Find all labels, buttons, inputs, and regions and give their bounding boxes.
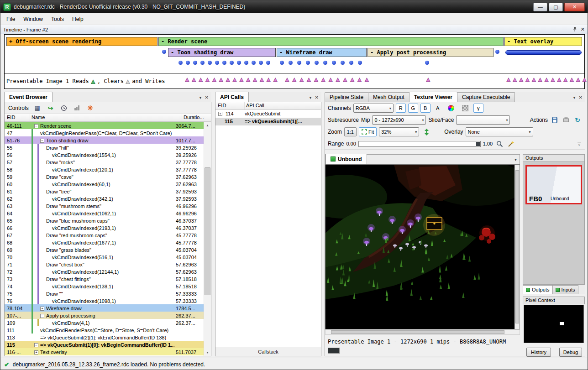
freeze-icon[interactable]	[86, 104, 95, 113]
toolbar-overflow-icon[interactable]: ⌄	[578, 142, 581, 146]
event-row[interactable]: 78-104+Wireframe draw1784.5...	[5, 304, 204, 312]
event-row[interactable]: 76vkCmdDrawIndexed(1098,1)57.33333	[5, 297, 204, 304]
api-call-row[interactable]: +114vkQueueSubmit	[215, 110, 321, 118]
menu-tools[interactable]: Tools	[47, 14, 68, 24]
maximize-button[interactable]: ▢	[549, 3, 563, 11]
event-row[interactable]: 75Draw ""57.33333	[5, 290, 204, 297]
callstack-section[interactable]: Callstack	[215, 347, 321, 356]
tab-outputs[interactable]: Outputs	[523, 285, 553, 294]
scrollbar-thumb[interactable]	[515, 170, 519, 323]
fb0-thumbnail[interactable]: FB0 Unbound	[525, 165, 582, 204]
tab-mesh-output[interactable]: Mesh Output	[368, 92, 410, 102]
gamma-button[interactable]: γ	[473, 104, 483, 113]
event-row[interactable]: 71Draw "chest box"57.62963	[5, 261, 204, 268]
minimize-button[interactable]: —	[533, 3, 547, 11]
range-max-value[interactable]: 1.00	[483, 141, 493, 146]
scroll-down-icon[interactable]: ▼	[204, 349, 211, 356]
event-row[interactable]: 68vkCmdDrawIndexed(1677,1)45.77778	[5, 239, 204, 246]
collapse-icon[interactable]: −	[40, 139, 44, 143]
column-header-api-call[interactable]: API Call	[245, 102, 321, 109]
event-row[interactable]: 73Draw "chest fittings"57.18518	[5, 275, 204, 282]
column-header-name[interactable]: Name	[30, 114, 182, 121]
expand-icon[interactable]: +	[40, 307, 44, 311]
column-header-eid[interactable]: EID	[215, 102, 245, 109]
autofit-range-icon[interactable]	[506, 139, 515, 148]
texture-tab-unbound[interactable]: Unbound	[326, 154, 367, 164]
event-row[interactable]: 111vkCmdEndRenderPass(C=Store, D=Store, …	[5, 326, 204, 334]
event-row[interactable]: 74vkCmdDrawIndexed(138,1)57.18518	[5, 282, 204, 290]
timeline-bar[interactable]: - Render scene	[158, 37, 504, 46]
red-channel-button[interactable]: R	[396, 104, 406, 113]
texture-display[interactable]	[325, 164, 520, 329]
event-row[interactable]: 57Draw "rocks"37.77778	[5, 158, 204, 166]
expand-icon[interactable]: +	[218, 112, 222, 116]
save-icon[interactable]	[550, 115, 559, 125]
debug-button[interactable]: Debug	[559, 348, 582, 357]
timeline-caption[interactable]: Timeline - Frame #2 ✕	[0, 25, 588, 34]
event-row[interactable]: 72vkCmdDrawIndexed(12144,1)57.62963	[5, 268, 204, 275]
tab-inputs[interactable]: Inputs	[552, 285, 578, 294]
collapse-icon[interactable]: −	[34, 343, 38, 347]
scrollbar-thumb[interactable]	[205, 167, 210, 295]
event-row[interactable]: 63Draw "mushroom stems"46.96296	[5, 202, 204, 209]
event-row[interactable]: 116-...+Text overlay511.7037	[5, 348, 204, 355]
event-row[interactable]: 61Draw "tree"37.92593	[5, 188, 204, 195]
timeline-close-icon[interactable]: ✕	[581, 27, 585, 32]
timeline-bar[interactable]: - Text overlay	[504, 37, 582, 46]
green-channel-button[interactable]: G	[408, 104, 418, 113]
expand-icon[interactable]: +	[34, 350, 38, 354]
menu-help[interactable]: Help	[68, 14, 88, 24]
event-row[interactable]: 107-...−Apply post processing262.37...	[5, 312, 204, 319]
timeline-bar[interactable]: + Off-screen scene rendering	[6, 37, 158, 46]
scrollbar-thumb[interactable]	[331, 330, 504, 334]
event-row[interactable]: 115−=> vkQueueSubmit(1)[0]: vkBeginComma…	[5, 341, 204, 348]
tab-capture-executable[interactable]: Capture Executable	[457, 92, 515, 102]
event-row[interactable]: 46-111−Render scene3064.7...	[5, 122, 204, 129]
timeline-bar[interactable]: - Apply post processing	[368, 48, 493, 57]
chevron-down-icon[interactable]: ▾	[514, 157, 517, 162]
close-button[interactable]: ✕	[564, 3, 585, 11]
event-row[interactable]: 67Draw "red mushroom caps"45.77778	[5, 231, 204, 239]
overlay-select[interactable]: None▾	[466, 127, 533, 136]
checkerboard-button[interactable]	[459, 104, 471, 113]
tab-event-browser[interactable]: Event Browser	[4, 92, 52, 102]
event-row[interactable]: 47vkCmdBeginRenderPass(C=Clear, D=Clear,…	[5, 129, 204, 136]
api-call-row[interactable]: 115=> vkQueueSubmit(1)[...	[215, 118, 321, 125]
event-row[interactable]: 62vkCmdDrawIndexed(342,1)37.92593	[5, 195, 204, 202]
event-row[interactable]: 60vkCmdDrawIndexed(60,1)37.62963	[5, 180, 204, 188]
range-slider[interactable]	[358, 141, 481, 147]
pin-icon[interactable]	[572, 26, 577, 33]
stats-icon[interactable]	[73, 104, 82, 113]
event-row[interactable]: 58vkCmdDrawIndexed(120,1)37.77778	[5, 166, 204, 173]
export-icon[interactable]	[562, 115, 571, 125]
event-row[interactable]: 65Draw "blue mushroom caps"46.37037	[5, 217, 204, 224]
event-row[interactable]: 64vkCmdDrawIndexed(1062,1)46.96296	[5, 209, 204, 217]
blue-channel-button[interactable]: B	[420, 104, 430, 113]
range-slider-handle[interactable]	[476, 142, 480, 146]
close-icon[interactable]: ✕	[579, 95, 583, 100]
scroll-up-icon[interactable]: ▲	[204, 122, 211, 129]
chevron-down-icon[interactable]: ▾	[310, 95, 312, 100]
tab-pipeline-state[interactable]: Pipeline State	[325, 92, 368, 102]
zoom-select[interactable]: 32%▾	[379, 127, 419, 136]
timeline-toggle-icon[interactable]: ▦	[33, 104, 42, 113]
close-icon[interactable]: ✕	[205, 95, 209, 100]
column-header-duration[interactable]: Duratio...	[182, 114, 211, 121]
texture-horizontal-scrollbar[interactable]	[325, 329, 520, 335]
event-row[interactable]: 59Draw "cave"37.62963	[5, 173, 204, 180]
event-row[interactable]: 51-76−Toon shading draw1017.7...	[5, 136, 204, 144]
history-button[interactable]: History	[526, 348, 551, 357]
slice-face-select[interactable]: ▾	[456, 115, 510, 125]
menu-file[interactable]: File	[2, 14, 19, 24]
menu-window[interactable]: Window	[19, 14, 47, 24]
refresh-icon[interactable]: ↻	[573, 115, 582, 125]
event-row[interactable]: 66vkCmdDrawIndexed(2193,1)46.37037	[5, 224, 204, 231]
fit-button[interactable]: Fit	[359, 127, 377, 136]
chevron-down-icon[interactable]: ▾	[200, 95, 202, 100]
zoom-1-1-button[interactable]: 1:1	[344, 127, 357, 136]
timeline-bar[interactable]: - Wireframe draw	[277, 48, 367, 57]
collapse-icon[interactable]: −	[34, 124, 38, 128]
alpha-channel-button[interactable]: A	[433, 104, 443, 113]
chevron-down-icon[interactable]: ▾	[573, 95, 576, 100]
tab-api-calls[interactable]: API Calls	[215, 92, 249, 102]
